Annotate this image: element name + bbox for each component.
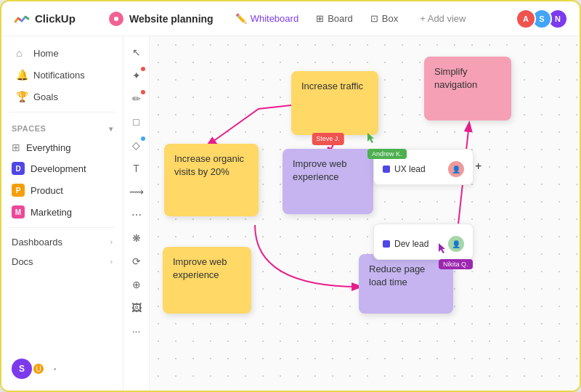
- goals-label: Goals: [33, 91, 58, 102]
- product-label: Product: [31, 185, 63, 196]
- whiteboard-area: ↖ ✦ ✏ □ ◇ T: [123, 36, 580, 391]
- diamond-icon: ◇: [132, 139, 140, 151]
- cursor-label-nikita: Nikita Q.: [439, 259, 473, 269]
- sidebar-item-everything[interactable]: ⊞ Everything: [1, 138, 123, 157]
- dots-icon: ···: [132, 325, 141, 337]
- tool-cursor[interactable]: ↖: [126, 42, 147, 62]
- tool-more[interactable]: ⋯: [126, 205, 147, 225]
- logo: ClickUp: [13, 10, 100, 28]
- sidebar-item-home[interactable]: ⌂ Home: [6, 43, 118, 63]
- everything-icon: ⊞: [12, 142, 20, 153]
- globe-icon: ⊕: [132, 279, 141, 290]
- user-avatars: A S N: [520, 9, 568, 29]
- project-icon: [109, 12, 123, 26]
- divider-2: [9, 227, 115, 228]
- tool-rectangle[interactable]: □: [126, 112, 147, 132]
- tool-arrow[interactable]: ⟿: [126, 181, 147, 202]
- sidebar-item-product[interactable]: P Product: [1, 180, 123, 200]
- sticky-increase-traffic[interactable]: Increase traffic: [291, 71, 378, 135]
- sidebar: ⌂ Home 🔔 Notifications 🏆 Goals Spaces ▾ …: [1, 36, 123, 391]
- nav-tabs: ✏️ Whiteboard ⊞ Board ⊡ Box: [228, 10, 406, 27]
- sticky-simplify-nav-text: Simplify navigation: [434, 66, 477, 90]
- sticky-improve-web-exp-2[interactable]: Improve web experience: [163, 247, 251, 314]
- dev-lead-dot: [383, 240, 390, 248]
- logo-text: ClickUp: [35, 12, 76, 25]
- cursor-label-andrew: Andrew K.: [367, 149, 407, 159]
- spaces-label: Spaces: [12, 124, 46, 133]
- tool-shapes[interactable]: ✦: [126, 65, 147, 86]
- sticky-improve-web-exp-1[interactable]: Improve web experience Steve J.: [283, 149, 373, 214]
- board-label: Board: [328, 13, 353, 24]
- development-label: Development: [31, 163, 86, 174]
- add-view-button[interactable]: + Add view: [414, 10, 471, 27]
- pen-icon: ✏: [132, 93, 141, 105]
- tool-dots[interactable]: ···: [126, 321, 147, 341]
- avatar-a1: A: [516, 9, 536, 29]
- cursor-andrew-area: Andrew K.: [367, 133, 407, 159]
- home-label: Home: [33, 48, 59, 59]
- tool-diamond[interactable]: ◇: [126, 135, 147, 155]
- tool-pen[interactable]: ✏: [126, 89, 147, 109]
- tool-image[interactable]: 🖼: [126, 298, 147, 318]
- ux-lead-dot: [383, 166, 390, 173]
- sticky-increase-organic-text: Increase organic visits by 20%: [174, 153, 244, 177]
- sticky-improve-web-exp-1-text: Improve web experience: [293, 158, 346, 182]
- tab-whiteboard[interactable]: ✏️ Whiteboard: [228, 10, 306, 27]
- top-bar: ClickUp Website planning ✏️ Whiteboard ⊞…: [1, 1, 580, 36]
- project-title: Website planning: [129, 13, 214, 25]
- rotate-icon: ⟳: [132, 256, 141, 267]
- toolbar-left: ↖ ✦ ✏ □ ◇ T: [123, 36, 150, 391]
- board-icon: ⊞: [316, 13, 324, 24]
- ux-lead-avatar: 👤: [448, 161, 464, 177]
- dev-lead-label: Dev lead: [394, 239, 428, 249]
- tab-board[interactable]: ⊞ Board: [309, 10, 360, 27]
- box-icon: ⊡: [370, 13, 378, 24]
- component-icon: ❋: [132, 232, 141, 244]
- bell-icon: 🔔: [16, 69, 28, 81]
- dashboards-chevron-icon: ›: [110, 238, 113, 246]
- arrow-icon: ⟿: [129, 186, 144, 197]
- marketing-label: Marketing: [31, 207, 72, 218]
- sidebar-item-notifications[interactable]: 🔔 Notifications: [6, 65, 118, 85]
- tab-box[interactable]: ⊡ Box: [363, 10, 405, 27]
- sticky-improve-web-exp-2-text: Improve web experience: [173, 256, 227, 280]
- more-icon: ⋯: [131, 209, 142, 221]
- whiteboard-label: Whiteboard: [251, 13, 298, 24]
- tool-dot-red-2: [141, 90, 145, 94]
- user-avatar-2: U: [32, 362, 45, 375]
- user-avatar: S: [12, 359, 32, 379]
- image-icon: 🖼: [131, 302, 142, 314]
- svg-point-1: [114, 17, 118, 21]
- canvas[interactable]: Increase traffic Improve web experience …: [150, 36, 580, 391]
- sidebar-item-goals[interactable]: 🏆 Goals: [6, 86, 118, 107]
- sidebar-item-docs[interactable]: Docs ›: [1, 252, 123, 271]
- user-status-dot: •: [54, 365, 57, 373]
- notifications-label: Notifications: [33, 70, 85, 81]
- tool-globe[interactable]: ⊕: [126, 274, 147, 295]
- product-dot: P: [12, 184, 25, 197]
- tool-dot-red: [141, 67, 145, 71]
- goals-icon: 🏆: [16, 91, 28, 102]
- divider-1: [9, 112, 115, 113]
- tool-text[interactable]: T: [126, 158, 147, 179]
- docs-label: Docs: [12, 256, 33, 267]
- main-layout: ⌂ Home 🔔 Notifications 🏆 Goals Spaces ▾ …: [1, 36, 580, 391]
- sticky-increase-organic[interactable]: Increase organic visits by 20%: [164, 144, 259, 216]
- home-icon: ⌂: [16, 47, 28, 59]
- tool-rotate[interactable]: ⟳: [126, 251, 147, 271]
- tool-component[interactable]: ❋: [126, 228, 147, 248]
- spaces-section-header: Spaces ▾: [1, 120, 123, 137]
- text-icon: T: [133, 163, 139, 174]
- cursor-steve: Steve J.: [312, 133, 344, 145]
- sidebar-bottom: S U •: [1, 353, 123, 385]
- ux-lead-task: UX lead 👤: [383, 161, 464, 177]
- development-dot: D: [12, 162, 25, 175]
- sidebar-item-marketing[interactable]: M Marketing: [1, 202, 123, 222]
- sidebar-item-development[interactable]: D Development: [1, 158, 123, 179]
- cursor-arrow-nikita: [439, 243, 447, 255]
- sticky-simplify-nav[interactable]: Simplify navigation: [424, 57, 511, 121]
- everything-label: Everything: [26, 142, 70, 153]
- cursor-nikita-area: Nikita Q.: [439, 243, 473, 269]
- chevron-down-icon: ▾: [109, 125, 113, 133]
- sidebar-item-dashboards[interactable]: Dashboards ›: [1, 232, 123, 252]
